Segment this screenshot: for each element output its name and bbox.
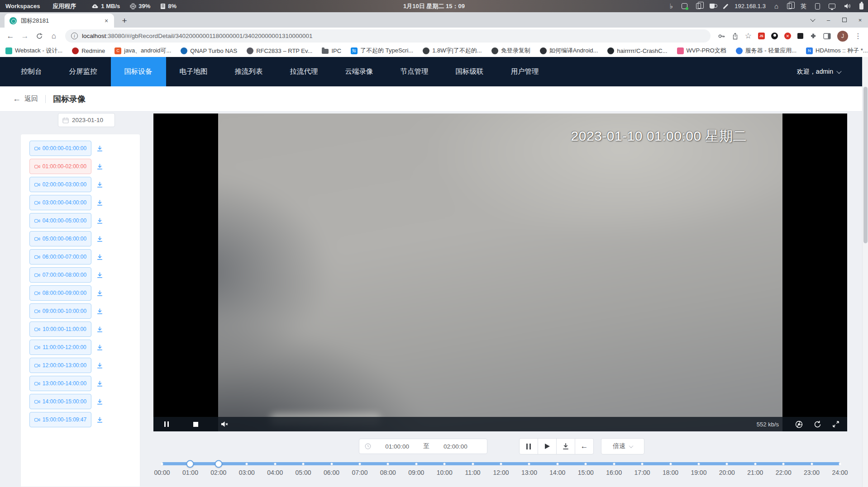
bookmark-item[interactable]: Redmine bbox=[72, 47, 105, 54]
record-button[interactable]: 07:00:00-08:00:00 bbox=[29, 267, 91, 283]
display-icon[interactable] bbox=[829, 4, 835, 9]
speed-dropdown[interactable]: 倍速 bbox=[601, 438, 644, 454]
nav-item-4[interactable]: 电子地图 bbox=[166, 57, 221, 86]
player-pause-icon[interactable] bbox=[162, 419, 172, 429]
record-button[interactable]: 01:00:00-02:00:00 bbox=[29, 159, 91, 174]
record-button[interactable]: 09:00:00-10:00:00 bbox=[29, 303, 91, 319]
timeline-track[interactable] bbox=[162, 462, 840, 465]
home-icon[interactable]: ⌂ bbox=[774, 3, 778, 10]
caffeine-icon[interactable] bbox=[710, 4, 715, 9]
end-time-value[interactable]: 02:00:00 bbox=[429, 443, 482, 450]
ip-address[interactable]: 192.168.1.3 bbox=[734, 3, 766, 9]
nav-item-1[interactable]: 控制台 bbox=[7, 57, 56, 86]
bookmark-item[interactable]: 知了不起的 TypeScri... bbox=[351, 47, 413, 55]
record-download-icon[interactable] bbox=[96, 199, 103, 206]
volume-icon[interactable] bbox=[844, 3, 851, 10]
extension-square-icon[interactable] bbox=[797, 33, 803, 39]
record-download-icon[interactable] bbox=[96, 326, 103, 333]
record-button[interactable]: 13:00:00-14:00:00 bbox=[29, 376, 91, 391]
bookmark-item[interactable]: WVP-PRO文档 bbox=[677, 47, 726, 55]
clipboard-icon[interactable] bbox=[696, 3, 701, 9]
record-button[interactable]: 08:00:00-09:00:00 bbox=[29, 285, 91, 301]
nav-item-7[interactable]: 云端录像 bbox=[332, 57, 387, 86]
color-picker-icon[interactable] bbox=[723, 4, 728, 9]
bookmark-item[interactable]: Webstack - 设计... bbox=[5, 47, 62, 55]
record-download-icon[interactable] bbox=[96, 290, 103, 297]
record-download-icon[interactable] bbox=[96, 181, 103, 188]
extension-ball-icon[interactable] bbox=[771, 33, 778, 39]
record-download-icon[interactable] bbox=[96, 398, 103, 405]
fullscreen-icon[interactable] bbox=[831, 419, 841, 429]
player-mute-icon[interactable] bbox=[219, 419, 229, 429]
side-panel-icon[interactable] bbox=[823, 33, 831, 39]
nav-item-8[interactable]: 节点管理 bbox=[387, 57, 442, 86]
system-clock[interactable]: 1月10日 星期二 15：09 bbox=[403, 2, 465, 10]
bookmark-item[interactable]: RFC2833 – RTP Ev... bbox=[247, 47, 312, 54]
download-button[interactable] bbox=[556, 438, 575, 454]
record-button[interactable]: 00:00:00-01:00:00 bbox=[29, 141, 91, 156]
nav-item-10[interactable]: 用户管理 bbox=[497, 57, 553, 86]
applications-button[interactable]: 应用程序 bbox=[52, 2, 76, 10]
bookmark-item[interactable]: IPC bbox=[322, 47, 341, 54]
profile-avatar[interactable]: J bbox=[837, 31, 848, 42]
play-button[interactable] bbox=[538, 438, 557, 454]
nav-item-6[interactable]: 拉流代理 bbox=[277, 57, 332, 86]
record-download-icon[interactable] bbox=[96, 308, 103, 315]
password-key-icon[interactable] bbox=[718, 33, 725, 40]
bookmark-item[interactable]: 1.8W字|了不起的... bbox=[423, 47, 482, 55]
tray-app-b-icon[interactable]: ♭ bbox=[670, 3, 673, 10]
tab-close-icon[interactable]: × bbox=[102, 17, 110, 25]
timeline-handle[interactable] bbox=[186, 460, 194, 468]
pause-button[interactable] bbox=[519, 438, 538, 454]
minimize-icon[interactable]: – bbox=[820, 12, 836, 28]
record-download-icon[interactable] bbox=[96, 145, 103, 152]
video-surface[interactable] bbox=[218, 113, 782, 431]
record-button[interactable]: 04:00:00-05:00:00 bbox=[29, 213, 91, 228]
nav-item-5[interactable]: 推流列表 bbox=[221, 57, 277, 86]
bookmark-item[interactable]: Cjava、android可... bbox=[114, 47, 171, 55]
record-download-icon[interactable] bbox=[96, 236, 103, 242]
record-download-icon[interactable] bbox=[96, 362, 103, 369]
bookmark-item[interactable]: NHDAtmos :: 种子 *... bbox=[806, 47, 868, 55]
bookmark-item[interactable]: 如何编译Android... bbox=[540, 47, 598, 55]
record-button[interactable]: 12:00:00-13:00:00 bbox=[29, 358, 91, 373]
input-language-indicator[interactable]: 英 bbox=[801, 2, 806, 10]
record-button[interactable]: 03:00:00-04:00:00 bbox=[29, 195, 91, 210]
tab-search-icon[interactable] bbox=[805, 12, 820, 28]
record-download-icon[interactable] bbox=[96, 272, 103, 279]
reload-icon[interactable] bbox=[33, 30, 45, 42]
back-icon[interactable]: ← bbox=[5, 30, 16, 42]
forward-icon[interactable]: → bbox=[19, 30, 31, 42]
browser-menu-icon[interactable]: ⋮ bbox=[854, 32, 862, 40]
bookmark-star-icon[interactable]: ☆ bbox=[745, 31, 752, 41]
extensions-puzzle-icon[interactable] bbox=[810, 33, 817, 40]
timeline-handle[interactable] bbox=[215, 460, 222, 468]
new-tab-button[interactable]: + bbox=[118, 14, 131, 27]
date-picker[interactable]: 2023-01-10 bbox=[58, 113, 115, 127]
close-window-icon[interactable]: × bbox=[852, 12, 868, 28]
record-button[interactable]: 10:00:00-11:00:00 bbox=[29, 322, 91, 337]
start-time-value[interactable]: 01:00:00 bbox=[371, 443, 423, 450]
browser-tab[interactable]: 国标28181 × bbox=[5, 14, 114, 28]
seek-back-button[interactable]: ← bbox=[575, 438, 594, 454]
nav-item-9[interactable]: 国标级联 bbox=[442, 57, 497, 86]
nav-item-3[interactable]: 国标设备 bbox=[111, 57, 166, 86]
site-info-icon[interactable]: i bbox=[71, 33, 78, 39]
battery-icon[interactable] bbox=[859, 3, 863, 9]
back-button[interactable]: ← 返回 bbox=[13, 94, 38, 104]
record-button[interactable]: 14:00:00-15:00:00 bbox=[29, 394, 91, 409]
maximize-icon[interactable] bbox=[836, 12, 852, 28]
phone-icon[interactable] bbox=[815, 3, 820, 9]
home-button-icon[interactable]: ⌂ bbox=[48, 30, 60, 42]
time-range-input[interactable]: 01:00:00 至 02:00:00 bbox=[359, 439, 487, 454]
bookmark-item[interactable]: hairrrrr/C-CrashC... bbox=[607, 47, 667, 54]
tray-app-window-icon[interactable] bbox=[682, 3, 687, 9]
share-icon[interactable] bbox=[732, 33, 739, 40]
record-download-icon[interactable] bbox=[96, 344, 103, 351]
bookmark-item[interactable]: 服务器 - 轻量应用... bbox=[736, 47, 796, 55]
player-stop-icon[interactable] bbox=[191, 419, 200, 429]
scrollbar-thumb[interactable] bbox=[863, 87, 868, 243]
extension-blocker-icon[interactable]: ✕ bbox=[784, 33, 791, 39]
record-button[interactable]: 05:00:00-06:00:00 bbox=[29, 231, 91, 246]
record-download-icon[interactable] bbox=[96, 380, 103, 387]
